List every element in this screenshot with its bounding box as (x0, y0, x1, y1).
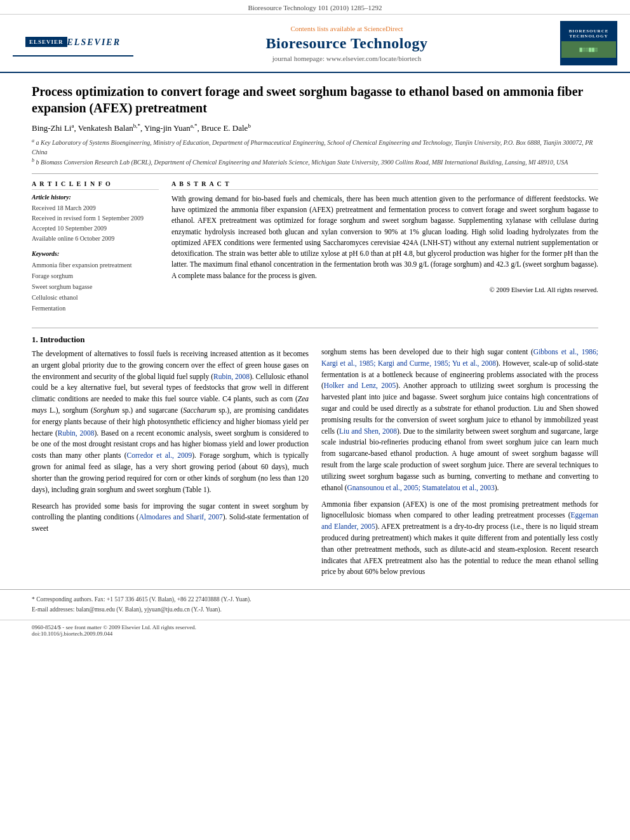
ref-corredor2009[interactable]: Corredor et al., 2009 (127, 451, 192, 459)
section1-right-para2: Ammonia fiber expansion (AFEX) is one of… (321, 499, 598, 578)
keyword-5: Fermentation (32, 303, 159, 314)
info-abstract-cols: A R T I C L E I N F O Article history: R… (32, 180, 598, 314)
authors-line: Bing-Zhi Lia, Venkatesh Balanb,*, Ying-j… (32, 123, 598, 133)
available-date: Available online 6 October 2009 (32, 234, 159, 244)
ref-almodares2007[interactable]: Almodares and Sharif, 2007 (139, 513, 223, 521)
abstract-text: With growing demand for bio-based fuels … (171, 194, 598, 295)
affiliations: a a Key Laboratory of Systems Bioenginee… (32, 137, 598, 167)
elsevier-logo: ELSEVIER ELSEVIER (13, 30, 133, 57)
ref-rubin2008-1[interactable]: Rubin, 2008 (213, 373, 250, 380)
main-right-col: sorghum stems has been developed due to … (321, 328, 598, 583)
abstract-col: A B S T R A C T With growing demand for … (171, 180, 598, 314)
ref-rubin2008-2[interactable]: Rubin, 2008 (58, 429, 95, 437)
main-left-col: 1. Introduction The development of alter… (32, 328, 309, 583)
logo-thumbnail: ▓▒▒▓▓▒ (561, 41, 616, 58)
journal-center: Contents lists available at ScienceDirec… (133, 25, 560, 62)
article-area: Process optimization to convert forage a… (0, 73, 630, 328)
article-info-col: A R T I C L E I N F O Article history: R… (32, 180, 159, 314)
article-title: Process optimization to convert forage a… (32, 83, 598, 116)
abstract-copyright: © 2009 Elsevier Ltd. All rights reserved… (171, 285, 598, 295)
footer-bar: 0960-8524/$ - see front matter © 2009 El… (0, 620, 630, 641)
keyword-4: Cellulosic ethanol (32, 292, 159, 303)
ref-holker2005[interactable]: Holker and Lenz, 2005 (324, 382, 396, 389)
keyword-1: Ammonia fiber expansion pretreatment (32, 260, 159, 270)
footer-issn: 0960-8524/$ - see front matter © 2009 El… (32, 624, 598, 630)
corresponding-footnote: * Corresponding authors. Fax: +1 517 336… (32, 595, 598, 604)
article-info-heading: A R T I C L E I N F O (32, 180, 159, 190)
elsevier-box-label: ELSEVIER (25, 37, 67, 47)
keywords-list: Ammonia fiber expansion pretreatment For… (32, 260, 159, 314)
history-dates: Received 18 March 2009 Received in revis… (32, 203, 159, 244)
journal-homepage: journal homepage: www.elsevier.com/locat… (146, 55, 547, 62)
footnotes-area: * Corresponding authors. Fax: +1 517 336… (0, 589, 630, 615)
citation-text: Bioresource Technology 101 (2010) 1285–1… (248, 4, 382, 11)
ref-gibbons1986[interactable]: Gibbons et al., 1986; Kargi et al., 1985… (321, 348, 598, 367)
keyword-2: Forage sorghum (32, 270, 159, 281)
footer-doi: doi:10.1016/j.biortech.2009.09.044 (32, 630, 598, 637)
affiliation-b: b b Biomass Conversion Research Lab (BCR… (32, 157, 598, 167)
logo-top-text: BIORESOURCETECHNOLOGY (569, 29, 609, 39)
section1-para1: The development of alternatives to fossi… (32, 349, 309, 496)
keyword-3: Sweet sorghum bagasse (32, 281, 159, 292)
ref-liu2008[interactable]: Liu and Shen, 2008 (339, 427, 397, 435)
accepted-date: Accepted 10 September 2009 (32, 223, 159, 234)
journal-citation: Bioresource Technology 101 (2010) 1285–1… (0, 0, 630, 15)
ref-gnansounou2005[interactable]: Gnansounou et al., 2005; Stamatelatou et… (347, 484, 495, 491)
received-date: Received 18 March 2009 (32, 203, 159, 213)
email-footnote: E-mail addresses: balan@msu.edu (V. Bala… (32, 605, 598, 614)
section1-para2: Research has provided some basis for imp… (32, 501, 309, 535)
keywords-label: Keywords: (32, 250, 159, 257)
received-revised-date: Received in revised form 1 September 200… (32, 213, 159, 223)
journal-header: ELSEVIER ELSEVIER Contents lists availab… (0, 15, 630, 73)
history-label: Article history: (32, 194, 159, 201)
elsevier-wordmark: ELSEVIER (67, 37, 121, 48)
affiliation-a: a a Key Laboratory of Systems Bioenginee… (32, 137, 598, 156)
main-content: 1. Introduction The development of alter… (0, 328, 630, 583)
section1-right-para1: sorghum stems has been developed due to … (321, 347, 598, 494)
sciencedirect-link: Contents lists available at ScienceDirec… (146, 25, 547, 32)
divider (32, 173, 598, 174)
ref-eggeman2005[interactable]: Eggeman and Elander, 2005 (321, 511, 598, 530)
section1-title: 1. Introduction (32, 335, 309, 345)
abstract-heading: A B S T R A C T (171, 180, 598, 190)
journal-logo-right: BIORESOURCETECHNOLOGY ▓▒▒▓▓▒ (560, 21, 617, 65)
journal-title: Bioresource Technology (146, 35, 547, 52)
